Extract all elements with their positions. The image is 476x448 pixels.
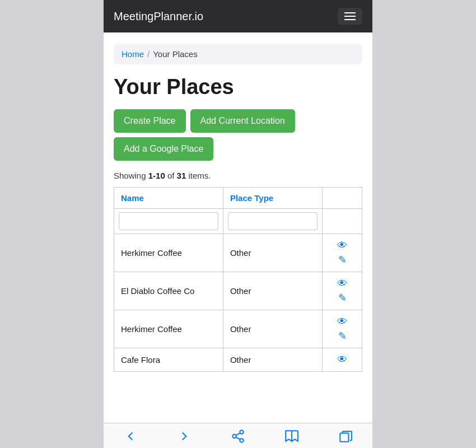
chevron-left-icon	[123, 429, 138, 444]
forward-button[interactable]	[177, 429, 192, 444]
filter-name-cell	[114, 208, 223, 234]
filter-actions-cell	[323, 208, 362, 234]
place-actions-eldiablo: 👁 ✎	[323, 272, 362, 310]
edit-icon[interactable]: ✎	[338, 330, 347, 342]
hamburger-line-2	[344, 16, 356, 17]
place-name-cafeflora: Cafe Flora	[114, 348, 223, 371]
breadcrumb-home-link[interactable]: Home	[122, 49, 144, 59]
place-type-eldiablo: Other	[223, 272, 322, 310]
showing-suffix: items.	[186, 171, 211, 180]
tabs-icon	[338, 429, 353, 444]
action-icons: 👁 ✎	[329, 278, 355, 304]
showing-prefix: Showing	[114, 171, 148, 180]
column-header-type[interactable]: Place Type	[223, 187, 322, 208]
places-table: Name Place Type Herk	[114, 187, 362, 372]
place-name-herkimer1: Herkimer Coffee	[114, 234, 223, 272]
breadcrumb-current: Your Places	[153, 49, 198, 59]
table-row: El Diablo Coffee Co Other 👁 ✎	[114, 272, 362, 310]
filter-name-input[interactable]	[119, 212, 218, 230]
view-icon[interactable]: 👁	[337, 240, 347, 251]
edit-icon[interactable]: ✎	[338, 254, 347, 266]
chevron-right-icon	[177, 429, 192, 444]
hamburger-line-1	[344, 12, 356, 13]
back-button[interactable]	[123, 429, 138, 444]
breadcrumb: Home / Your Places	[114, 44, 362, 64]
add-google-place-button[interactable]: Add a Google Place	[114, 137, 213, 161]
svg-rect-0	[340, 433, 348, 442]
book-icon	[284, 429, 299, 444]
place-name-eldiablo: El Diablo Coffee Co	[114, 272, 223, 310]
breadcrumb-separator: /	[147, 49, 150, 59]
filter-row	[114, 208, 362, 234]
action-buttons: Create Place Add Current Location Add a …	[114, 109, 362, 161]
showing-of: of	[165, 171, 177, 180]
filter-type-cell	[223, 208, 322, 234]
nav-bar: MeetingPlanner.io	[104, 0, 372, 32]
place-type-herkimer1: Other	[223, 234, 322, 272]
view-icon[interactable]: 👁	[337, 316, 347, 328]
place-actions-herkimer1: 👁 ✎	[323, 234, 362, 272]
column-header-name[interactable]: Name	[114, 187, 223, 208]
showing-range: 1-10	[148, 171, 165, 180]
phone-frame: MeetingPlanner.io Home / Your Places You…	[104, 0, 372, 448]
filter-type-input[interactable]	[228, 212, 318, 230]
edit-icon[interactable]: ✎	[338, 292, 347, 304]
place-type-cafeflora: Other	[223, 348, 322, 371]
action-icons: 👁 ✎	[329, 316, 355, 342]
view-icon[interactable]: 👁	[337, 278, 347, 290]
bookmarks-button[interactable]	[284, 429, 299, 444]
view-icon[interactable]: 👁	[337, 354, 347, 366]
add-current-location-button[interactable]: Add Current Location	[190, 109, 295, 133]
table-row: Herkimer Coffee Other 👁 ✎	[114, 310, 362, 348]
main-content: Home / Your Places Your Places Create Pl…	[104, 32, 372, 423]
action-icons: 👁 ✎	[329, 240, 355, 266]
share-button[interactable]	[231, 429, 245, 444]
place-type-herkimer2: Other	[223, 310, 322, 348]
create-place-button[interactable]: Create Place	[114, 109, 186, 133]
app-title: MeetingPlanner.io	[114, 10, 203, 23]
place-actions-herkimer2: 👁 ✎	[323, 310, 362, 348]
share-icon	[231, 429, 245, 444]
action-icons: 👁	[329, 354, 355, 366]
showing-count: 31	[177, 171, 186, 180]
column-header-actions	[323, 187, 362, 208]
place-name-herkimer2: Herkimer Coffee	[114, 310, 223, 348]
place-actions-cafeflora: 👁	[323, 348, 362, 371]
page-title: Your Places	[114, 76, 362, 99]
showing-text: Showing 1-10 of 31 items.	[114, 171, 362, 180]
table-header-row: Name Place Type	[114, 187, 362, 208]
bottom-toolbar	[104, 423, 372, 448]
hamburger-button[interactable]	[338, 8, 362, 25]
table-row: Cafe Flora Other 👁	[114, 348, 362, 371]
hamburger-line-3	[344, 19, 356, 20]
tabs-button[interactable]	[338, 429, 353, 444]
table-row: Herkimer Coffee Other 👁 ✎	[114, 234, 362, 272]
